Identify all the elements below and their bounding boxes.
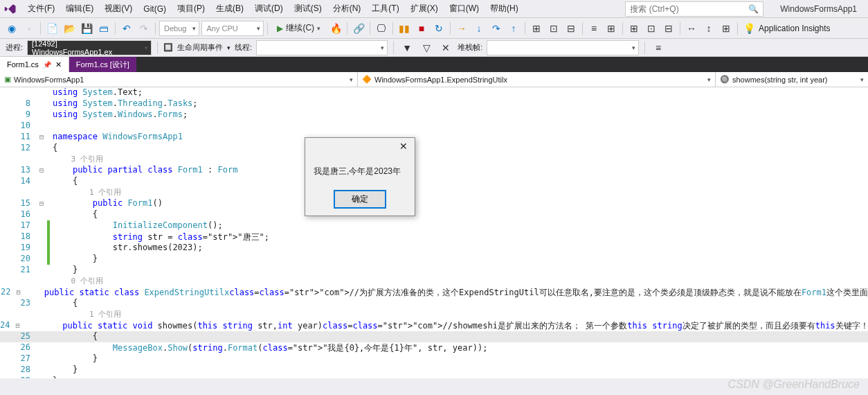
step-out-button[interactable]: ↑	[506, 21, 521, 36]
step-into-button[interactable]: ↓	[471, 21, 487, 36]
code-line[interactable]: 1 个引用	[0, 187, 868, 198]
code-line[interactable]: 9using System.Windows.Forms;	[0, 109, 868, 121]
code-text[interactable]: namespace WindowsFormsApp1	[50, 132, 183, 143]
thread-dropdown[interactable]	[256, 40, 388, 55]
save-all-button[interactable]: 🗃	[96, 21, 111, 36]
menu-edit[interactable]: 编辑(E)	[60, 0, 99, 17]
code-line[interactable]: 8using System.Threading.Tasks;	[0, 98, 868, 109]
code-text[interactable]: }	[50, 265, 78, 276]
code-text[interactable]: {	[50, 298, 78, 309]
close-icon[interactable]: ✕	[55, 60, 62, 69]
undo-button[interactable]: ↶	[119, 21, 134, 36]
code-line[interactable]: 3 个引用	[0, 154, 868, 165]
code-line[interactable]: 15⊟ public Form1()	[0, 198, 868, 209]
code-line[interactable]: 0 个引用	[0, 276, 868, 287]
step-over-button[interactable]: ↷	[489, 21, 504, 36]
search-input[interactable]	[630, 4, 748, 14]
stackframe-dropdown[interactable]	[487, 40, 639, 55]
stop-button[interactable]: ■	[414, 21, 429, 36]
menu-build[interactable]: 生成(B)	[210, 0, 249, 17]
continue-button[interactable]: ▶继续(C)▾	[271, 21, 326, 36]
code-text[interactable]: using System.Threading.Tasks;	[50, 98, 198, 109]
new-item-button[interactable]: 📄	[44, 21, 60, 36]
menu-analyze[interactable]: 分析(N)	[327, 0, 367, 17]
align-button[interactable]: ≡	[586, 21, 602, 36]
code-line[interactable]: 27 }	[0, 353, 868, 365]
code-line[interactable]: 26 MessageBox.Show(string.Format(class="…	[0, 342, 868, 353]
forward-nav-button[interactable]: ◦	[21, 21, 37, 36]
show-next-stmt-button[interactable]: →	[454, 21, 469, 36]
code-line[interactable]: using System.Text;	[0, 87, 868, 98]
fold-toggle[interactable]: ⊟	[36, 165, 47, 176]
pause-button[interactable]: ▮▮	[397, 21, 412, 36]
code-line[interactable]: 29}	[0, 376, 868, 378]
toolbar-button[interactable]: ⊡	[546, 21, 561, 36]
back-nav-button[interactable]: ◉	[4, 21, 19, 36]
filter-button[interactable]: ▼	[399, 40, 415, 55]
code-text[interactable]: 0 个引用	[50, 276, 103, 287]
tab-form1-cs[interactable]: Form1.cs 📌 ✕	[0, 57, 69, 72]
code-line[interactable]: 1 个引用	[0, 309, 868, 320]
menu-git[interactable]: Git(G)	[138, 1, 172, 17]
menu-help[interactable]: 帮助(H)	[485, 0, 524, 17]
menu-debug[interactable]: 调试(D)	[249, 0, 289, 17]
open-button[interactable]: 📂	[62, 21, 77, 36]
align-button[interactable]: ⊞	[604, 21, 619, 36]
platform-dropdown[interactable]: Any CPU	[201, 21, 264, 36]
code-text[interactable]: }	[50, 353, 98, 365]
toolbar-button[interactable]: ⊟	[563, 21, 579, 36]
app-insights-button[interactable]: Application Insights	[759, 24, 830, 33]
arrange-button[interactable]: ⊞	[718, 21, 734, 36]
arrange-button[interactable]: ↔	[684, 21, 699, 36]
code-text[interactable]: {	[50, 176, 78, 187]
close-button[interactable]: ✕	[397, 141, 410, 152]
code-text[interactable]: {	[50, 331, 98, 342]
code-line[interactable]: 19 str.showmes(2023);	[0, 243, 868, 254]
restart-button[interactable]: ↻	[431, 21, 446, 36]
lightbulb-icon[interactable]: 💡	[741, 21, 757, 36]
menu-project[interactable]: 项目(P)	[172, 0, 210, 17]
save-button[interactable]: 💾	[79, 21, 94, 36]
code-line[interactable]: 16 {	[0, 209, 868, 220]
code-line[interactable]: 14 {	[0, 176, 868, 187]
code-text[interactable]: public static class ExpendStringUtilxcla…	[21, 287, 868, 298]
toolbar-button[interactable]: ≡	[651, 40, 666, 55]
code-line[interactable]: 10	[0, 121, 868, 132]
code-text[interactable]	[50, 121, 53, 132]
ok-button[interactable]: 确定	[334, 190, 386, 209]
code-editor[interactable]: using System.Text;8using System.Threadin…	[0, 87, 868, 378]
code-text[interactable]: using System.Windows.Forms;	[50, 109, 188, 121]
code-line[interactable]: 11⊟namespace WindowsFormsApp1	[0, 132, 868, 143]
code-text[interactable]: }	[50, 365, 78, 376]
code-line[interactable]: 20 }	[0, 254, 868, 265]
code-text[interactable]: }	[50, 376, 57, 378]
fold-toggle[interactable]: ⊟	[36, 132, 47, 143]
code-text[interactable]: public partial class Form1 : Form	[50, 165, 237, 176]
config-dropdown[interactable]: Debug	[159, 21, 199, 36]
filter-button[interactable]: ✕	[438, 40, 453, 55]
arrange-button[interactable]: ↕	[701, 21, 716, 36]
browser-link-button[interactable]: 🔗	[351, 21, 366, 36]
layout-button[interactable]: ⊟	[661, 21, 676, 36]
code-text[interactable]: str.showmes(2023);	[50, 243, 203, 254]
code-text[interactable]: {	[50, 209, 98, 220]
class-dropdown[interactable]: 🔶 WindowsFormsApp1.ExpendStringUtilx ▾	[358, 72, 716, 87]
code-line[interactable]: 13⊟ public partial class Form1 : Form	[0, 165, 868, 176]
code-line[interactable]: 17 InitializeComponent();	[0, 220, 868, 231]
code-line[interactable]: 21 }	[0, 265, 868, 276]
code-text[interactable]: InitializeComponent();	[50, 220, 223, 231]
method-dropdown[interactable]: 🔘 showmes(string str, int year) ▾	[716, 72, 868, 87]
code-line[interactable]: 22⊟ public static class ExpendStringUtil…	[0, 287, 868, 298]
code-text[interactable]: using System.Text;	[50, 87, 143, 98]
pin-icon[interactable]: 📌	[43, 61, 51, 69]
hot-reload-button[interactable]: 🔥	[328, 21, 343, 36]
explorer-button[interactable]: 🖵	[374, 21, 389, 36]
code-text[interactable]: 1 个引用	[50, 187, 121, 198]
menu-tools[interactable]: 工具(T)	[366, 0, 404, 17]
code-line[interactable]: 28 }	[0, 365, 868, 376]
code-text[interactable]: 1 个引用	[50, 309, 121, 320]
scope-dropdown[interactable]: ▣ WindowsFormsApp1 ▾	[0, 72, 358, 87]
code-line[interactable]: 12{	[0, 143, 868, 154]
menu-test[interactable]: 测试(S)	[289, 0, 327, 17]
code-text[interactable]: }	[50, 254, 98, 265]
